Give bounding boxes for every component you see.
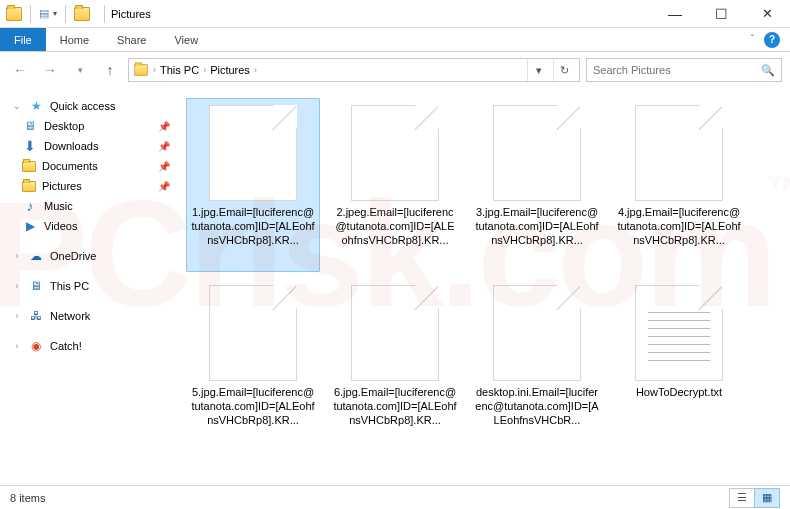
pin-icon: 📌 [158, 161, 170, 172]
music-icon: ♪ [22, 198, 38, 214]
file-name: 3.jpg.Email=[luciferenc@tutanota.com]ID=… [475, 205, 599, 247]
catch-icon: ◉ [28, 338, 44, 354]
file-pane[interactable]: 1.jpg.Email=[luciferenc@tutanota.com]ID=… [178, 88, 790, 485]
videos-icon: ▶ [22, 218, 38, 234]
ribbon: File Home Share View ˇ ? [0, 28, 790, 52]
file-item[interactable]: desktop.ini.Email=[luciferenc@tutanota.c… [470, 278, 604, 452]
tab-share[interactable]: Share [103, 28, 160, 51]
cloud-icon: ☁ [28, 248, 44, 264]
file-thumbnail-icon [635, 285, 723, 381]
sidebar-item-label: Desktop [44, 120, 84, 132]
recent-locations-button[interactable]: ▾ [68, 58, 92, 82]
tab-home[interactable]: Home [46, 28, 103, 51]
sidebar-item-videos[interactable]: ▶ Videos [0, 216, 178, 236]
expand-icon[interactable]: ⌄ [12, 101, 22, 111]
navigation-row: ← → ▾ ↑ › This PC › Pictures › ▾ ↻ 🔍 [0, 52, 790, 88]
window-controls: — ☐ ✕ [652, 0, 790, 28]
documents-icon [22, 161, 36, 172]
back-button[interactable]: ← [8, 58, 32, 82]
expand-icon[interactable]: › [12, 341, 22, 351]
expand-icon[interactable]: › [12, 281, 22, 291]
view-details-button[interactable]: ☰ [729, 488, 755, 508]
minimize-button[interactable]: — [652, 0, 698, 28]
qat-properties-icon[interactable]: ▤ [39, 7, 49, 20]
sidebar-item-label: Documents [42, 160, 98, 172]
star-icon: ★ [28, 98, 44, 114]
file-thumbnail-icon [493, 105, 581, 201]
app-folder-icon[interactable] [6, 7, 22, 21]
maximize-button[interactable]: ☐ [698, 0, 744, 28]
search-input[interactable] [593, 64, 761, 76]
file-tab[interactable]: File [0, 28, 46, 51]
tab-view[interactable]: View [160, 28, 212, 51]
file-item[interactable]: 3.jpg.Email=[luciferenc@tutanota.com]ID=… [470, 98, 604, 272]
file-item[interactable]: HowToDecrypt.txt [612, 278, 746, 452]
sidebar-item-onedrive[interactable]: › ☁ OneDrive [0, 246, 178, 266]
status-item-count: 8 items [10, 492, 45, 504]
navigation-pane: ⌄ ★ Quick access 🖥 Desktop 📌 ⬇ Downloads… [0, 88, 178, 485]
help-icon[interactable]: ? [764, 32, 780, 48]
crumb-pictures[interactable]: Pictures [210, 64, 250, 76]
sidebar-item-quick-access[interactable]: ⌄ ★ Quick access [0, 96, 178, 116]
status-bar: 8 items ☰ ▦ [0, 485, 790, 509]
network-icon: 🖧 [28, 308, 44, 324]
title-folder-icon [74, 7, 90, 21]
pin-icon: 📌 [158, 141, 170, 152]
file-thumbnail-icon [209, 105, 297, 201]
file-name: 6.jpg.Email=[luciferenc@tutanota.com]ID=… [333, 385, 457, 427]
address-folder-icon [134, 64, 148, 76]
window-title: Pictures [111, 8, 151, 20]
refresh-icon[interactable]: ↻ [553, 59, 575, 81]
file-item[interactable]: 5.jpg.Email=[luciferenc@tutanota.com]ID=… [186, 278, 320, 452]
file-thumbnail-icon [635, 105, 723, 201]
file-thumbnail-icon [351, 105, 439, 201]
sidebar-item-label: This PC [50, 280, 89, 292]
downloads-icon: ⬇ [22, 138, 38, 154]
file-thumbnail-icon [351, 285, 439, 381]
sidebar-item-music[interactable]: ♪ Music [0, 196, 178, 216]
file-thumbnail-icon [209, 285, 297, 381]
file-name: 5.jpg.Email=[luciferenc@tutanota.com]ID=… [191, 385, 315, 427]
ribbon-expand-icon[interactable]: ˇ [751, 34, 754, 45]
sidebar-item-desktop[interactable]: 🖥 Desktop 📌 [0, 116, 178, 136]
sidebar-item-label: Downloads [44, 140, 98, 152]
sidebar-item-label: Quick access [50, 100, 115, 112]
search-icon[interactable]: 🔍 [761, 64, 775, 77]
sidebar-item-this-pc[interactable]: › 🖥 This PC [0, 276, 178, 296]
title-bar: ▤ ▾ Pictures — ☐ ✕ [0, 0, 790, 28]
sidebar-item-label: Network [50, 310, 90, 322]
crumb-sep-icon[interactable]: › [153, 65, 156, 75]
qat-customize-icon[interactable]: ▾ [53, 9, 57, 18]
address-dropdown-icon[interactable]: ▾ [527, 59, 549, 81]
address-bar[interactable]: › This PC › Pictures › ▾ ↻ [128, 58, 580, 82]
file-item[interactable]: 4.jpg.Email=[luciferenc@tutanota.com]ID=… [612, 98, 746, 272]
sidebar-item-documents[interactable]: Documents 📌 [0, 156, 178, 176]
expand-icon[interactable]: › [12, 311, 22, 321]
file-item[interactable]: 1.jpg.Email=[luciferenc@tutanota.com]ID=… [186, 98, 320, 272]
close-button[interactable]: ✕ [744, 0, 790, 28]
crumb-sep-icon[interactable]: › [254, 65, 257, 75]
desktop-icon: 🖥 [22, 118, 38, 134]
expand-icon[interactable]: › [12, 251, 22, 261]
view-large-icons-button[interactable]: ▦ [754, 488, 780, 508]
sidebar-item-network[interactable]: › 🖧 Network [0, 306, 178, 326]
crumb-sep-icon[interactable]: › [203, 65, 206, 75]
file-name: HowToDecrypt.txt [636, 385, 722, 399]
search-box[interactable]: 🔍 [586, 58, 782, 82]
forward-button[interactable]: → [38, 58, 62, 82]
sidebar-item-downloads[interactable]: ⬇ Downloads 📌 [0, 136, 178, 156]
quick-access-toolbar: ▤ ▾ [0, 5, 96, 23]
file-name: 2.jpeg.Email=[luciferenc@tutanota.com]ID… [333, 205, 457, 247]
file-name: 4.jpg.Email=[luciferenc@tutanota.com]ID=… [617, 205, 741, 247]
pictures-icon [22, 181, 36, 192]
sidebar-item-catch[interactable]: › ◉ Catch! [0, 336, 178, 356]
file-item[interactable]: 6.jpg.Email=[luciferenc@tutanota.com]ID=… [328, 278, 462, 452]
sidebar-item-label: Catch! [50, 340, 82, 352]
sidebar-item-label: Music [44, 200, 73, 212]
crumb-this-pc[interactable]: This PC [160, 64, 199, 76]
file-item[interactable]: 2.jpeg.Email=[luciferenc@tutanota.com]ID… [328, 98, 462, 272]
pin-icon: 📌 [158, 121, 170, 132]
sidebar-item-label: Videos [44, 220, 77, 232]
up-button[interactable]: ↑ [98, 58, 122, 82]
sidebar-item-pictures[interactable]: Pictures 📌 [0, 176, 178, 196]
